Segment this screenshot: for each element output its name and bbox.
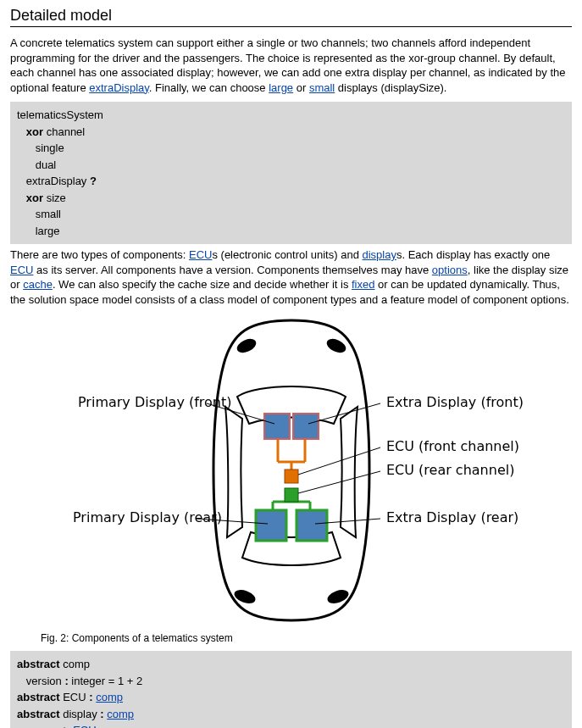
code-keyword: : [89, 691, 92, 703]
link-large[interactable]: large [269, 81, 293, 94]
svg-point-1 [324, 336, 348, 356]
link-display[interactable]: display [362, 248, 396, 261]
label-ecu-rear: ECU (rear channel) [386, 462, 514, 478]
code-keyword: ? [90, 175, 97, 187]
code-text: channel [43, 125, 85, 138]
label-primary-display-front: Primary Display (front) [78, 394, 232, 410]
svg-point-0 [235, 336, 258, 356]
svg-rect-16 [256, 510, 286, 541]
car-diagram-svg: Primary Display (front) Extra Display (f… [29, 314, 554, 627]
link-ecu[interactable]: ECU [10, 264, 33, 276]
link-ecu[interactable]: ECU [189, 248, 212, 261]
label-extra-display-rear: Extra Display (rear) [386, 509, 518, 525]
label-ecu-front: ECU (front channel) [386, 438, 519, 454]
code-text: ECU [60, 691, 90, 703]
code-keyword: : [100, 708, 103, 720]
code-text: comp [60, 658, 90, 670]
figure-telematics-diagram: Primary Display (front) Extra Display (f… [10, 314, 572, 644]
link-fixed[interactable]: fixed [352, 278, 374, 291]
code-keyword: xor [26, 192, 43, 204]
svg-rect-15 [285, 488, 298, 502]
code-text: size [43, 192, 66, 204]
text-fragment: There are two types of components: [10, 248, 189, 261]
code-line: single [36, 142, 64, 154]
text-fragment: s (electronic control units) and [212, 248, 362, 261]
link-options[interactable]: options [432, 264, 468, 276]
text-fragment: displays (displaySize). [335, 81, 446, 94]
intro-paragraph: A concrete telematics system can support… [10, 36, 572, 95]
code-keyword: abstract [17, 658, 60, 670]
text-fragment: . We can also specify the cache size and… [53, 278, 352, 291]
label-extra-display-front: Extra Display (front) [386, 394, 524, 410]
figure-caption: Fig. 2: Components of a telematics syste… [41, 632, 572, 644]
link-extradisplay[interactable]: extraDisplay [89, 81, 149, 94]
code-block-class-model: abstract comp version : integer = 1 + 2 … [10, 651, 572, 728]
code-text: version [26, 675, 65, 687]
code-keyword: abstract [17, 708, 60, 720]
text-fragment: as its server. All components have a ver… [33, 264, 431, 276]
code-keyword: abstract [17, 691, 60, 703]
section-heading: Detailed model [10, 7, 572, 27]
link-small[interactable]: small [309, 81, 335, 94]
text-fragment: s. Each display has exactly one [396, 248, 550, 261]
label-primary-display-rear: Primary Display (rear) [73, 509, 222, 525]
components-paragraph: There are two types of components: ECUs … [10, 247, 572, 307]
code-text: integer = 1 + 2 [69, 675, 142, 687]
svg-rect-12 [264, 414, 290, 439]
svg-rect-13 [293, 414, 319, 439]
code-line: small [36, 208, 61, 220]
code-text: server [26, 724, 60, 728]
code-keyword: -> [60, 724, 70, 728]
svg-rect-17 [297, 510, 327, 541]
code-block-feature-model: telematicsSystem xor channel single dual… [10, 102, 572, 244]
link-comp[interactable]: comp [96, 691, 123, 703]
svg-rect-14 [285, 470, 298, 483]
code-line: large [36, 225, 60, 237]
link-comp[interactable]: comp [107, 708, 134, 720]
text-fragment: . Finally, we can choose [149, 81, 269, 94]
text-fragment: or [293, 81, 309, 94]
code-line: telematicsSystem [17, 108, 103, 121]
code-text: display [60, 708, 101, 720]
link-ecu[interactable]: ECU [73, 724, 96, 728]
code-line: dual [36, 158, 57, 171]
code-text: extraDisplay [26, 175, 90, 187]
link-cache[interactable]: cache [23, 278, 53, 291]
code-keyword: xor [26, 125, 43, 138]
